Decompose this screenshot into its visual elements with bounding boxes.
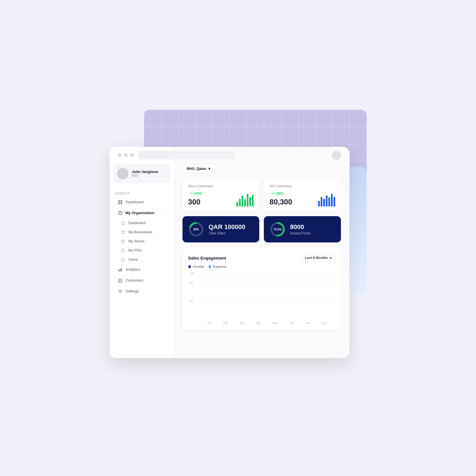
chart-filter-label: Last 6 Months	[305, 256, 328, 260]
svg-rect-1	[120, 200, 122, 202]
avatar	[117, 168, 128, 179]
dark-stats-row: 20% QAR 100000 Total Sales 75.5%	[182, 216, 341, 242]
new-customers-value: 300	[188, 198, 204, 206]
traffic-dot-1	[118, 153, 122, 157]
mini-bar	[334, 197, 335, 206]
expense-legend: Expense	[208, 265, 226, 269]
sidebar-my-org-label: My Organization	[126, 211, 154, 215]
total-sales-label: Total Sales	[209, 231, 245, 235]
chart-filter-chevron: ▾	[330, 256, 332, 260]
user-profile: John Varghese BHS	[113, 164, 170, 183]
total-sales-value: QAR 100000	[209, 223, 245, 231]
mini-bar	[236, 202, 238, 207]
new-customers-badge-value: +20%	[194, 192, 202, 195]
main-content: BHS, Qatar ▾ New Customers ↗ +20% 300	[174, 147, 350, 358]
bar-chart: 100 80 40 JanFebMarAprMayJunJulAug	[188, 273, 335, 325]
chart-legend: Income Expense	[188, 265, 335, 269]
sidebar-item-my-organization[interactable]: My Organization ›	[112, 208, 171, 218]
x-labels: JanFebMarAprMayJunJulAug	[198, 322, 335, 325]
issued-points-donut: 75.5%	[270, 221, 286, 237]
chart-filter-dropdown[interactable]: Last 6 Months ▾	[301, 254, 335, 262]
mini-bar	[247, 194, 248, 206]
org-dashboard-label: Dashboard	[128, 221, 146, 225]
svg-rect-6	[121, 268, 122, 272]
traffic-dot-3	[130, 153, 134, 157]
issued-points-info: 8000 Issued Points	[290, 223, 311, 235]
chart-icon	[118, 267, 123, 272]
mini-bar	[326, 195, 328, 206]
my-stores-label: My Stores	[128, 239, 144, 243]
income-legend-label: Income	[193, 265, 204, 269]
sidebar: John Varghese BHS LOYALTY Dashboard	[110, 147, 174, 358]
expense-legend-label: Expense	[213, 265, 226, 269]
bag-icon-sub5	[120, 257, 126, 262]
total-sales-info: QAR 100000 Total Sales	[209, 223, 245, 235]
my-pos-label: My POS	[128, 248, 142, 252]
mini-bar	[249, 197, 251, 206]
svg-point-8	[119, 290, 121, 292]
chart-title: Sales Engagement	[188, 256, 226, 260]
settings-label: Settings	[126, 289, 139, 293]
user-info: John Varghese BHS	[132, 170, 158, 177]
svg-rect-3	[120, 202, 122, 204]
search-bar[interactable]	[138, 151, 235, 159]
x-label: Feb	[223, 322, 228, 325]
my-businesses-label: My Businesses	[128, 230, 152, 234]
mini-bar	[328, 197, 330, 206]
users-label: Users	[128, 258, 138, 262]
x-label: Apr	[256, 322, 261, 325]
sidebar-item-dashboard[interactable]: Dashboard	[112, 197, 171, 207]
top-right-avatar[interactable]	[332, 151, 341, 160]
bag-icon-sub2	[120, 230, 126, 235]
all-customers-title: All Customers	[270, 184, 335, 188]
grid-icon	[118, 200, 123, 205]
sidebar-item-analytics[interactable]: Analytics	[112, 264, 171, 275]
sidebar-item-users[interactable]: Users	[110, 255, 174, 264]
sidebar-item-my-stores[interactable]: My Stores	[110, 237, 174, 246]
new-customers-left: ↗ +20% 300	[188, 190, 204, 207]
sidebar-item-settings[interactable]: Settings	[112, 286, 171, 296]
svg-rect-5	[120, 269, 120, 272]
traffic-lights	[118, 153, 134, 157]
mini-bar	[239, 199, 241, 207]
location-label: BHS, Qatar	[187, 166, 206, 171]
bag-icon-org	[118, 210, 123, 216]
sidebar-dashboard-label: Dashboard	[126, 200, 144, 204]
new-customers-chart	[236, 193, 254, 206]
sidebar-item-customers[interactable]: Customers	[112, 275, 171, 286]
x-label: Jun	[290, 322, 294, 325]
all-customers-badge: ↗ +20%	[270, 191, 285, 196]
income-legend: Income	[188, 265, 204, 269]
mini-bar	[323, 199, 325, 206]
building-icon	[118, 278, 123, 283]
y-label-80: 80	[190, 281, 193, 284]
issued-points-percent: 75.5%	[274, 228, 282, 231]
trend-up-icon-2: ↗	[272, 192, 274, 195]
new-customers-card: New Customers ↗ +20% 300	[182, 179, 260, 212]
all-customers-chart	[318, 193, 335, 206]
gear-icon	[118, 289, 123, 294]
issued-points-value: 8000	[290, 223, 311, 231]
location-select[interactable]: BHS, Qatar ▾	[182, 164, 215, 173]
mini-bar	[321, 197, 322, 206]
issued-points-card: 75.5% 8000 Issued Points	[264, 216, 341, 242]
chevron-down-icon: ▾	[208, 166, 210, 171]
sidebar-item-org-dashboard[interactable]: Dashboard	[110, 218, 174, 228]
x-label: May	[273, 322, 278, 325]
x-label: Mar	[240, 322, 245, 325]
issued-points-label: Issued Points	[290, 231, 311, 235]
y-label-40: 40	[190, 300, 193, 303]
x-label: Jul	[306, 322, 310, 325]
mini-bar	[244, 199, 246, 206]
x-label: Aug	[321, 322, 326, 325]
bag-icon-sub1	[120, 220, 126, 226]
trend-up-icon: ↗	[190, 192, 192, 195]
sidebar-item-my-pos[interactable]: My POS	[110, 246, 174, 255]
income-dot	[188, 265, 191, 268]
mini-bar	[252, 195, 254, 206]
y-label-100: 100	[190, 272, 195, 275]
sidebar-item-my-businesses[interactable]: My Businesses	[110, 228, 174, 237]
nav-section-loyalty: LOYALTY	[110, 192, 174, 195]
customers-label: Customers	[126, 278, 144, 282]
expense-dot	[208, 265, 211, 268]
